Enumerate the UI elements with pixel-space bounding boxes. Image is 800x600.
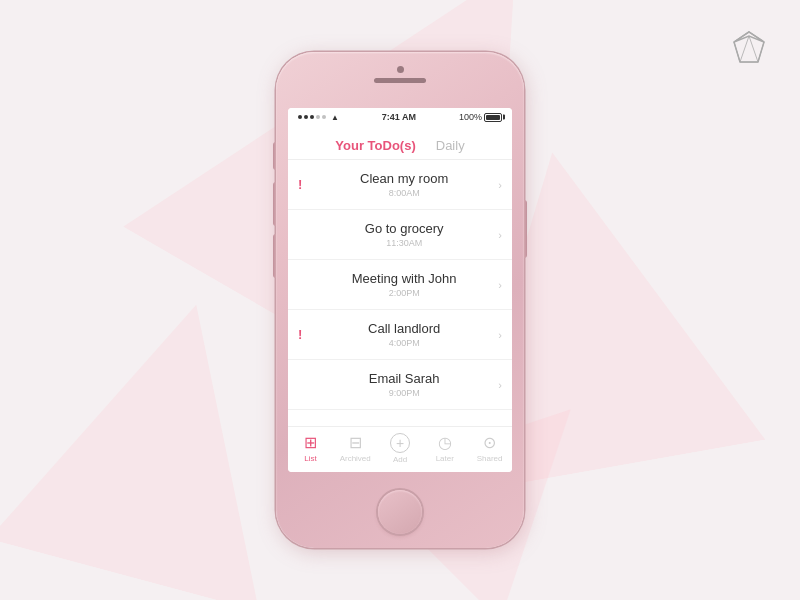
tab-shared[interactable]: ⊙ Shared	[467, 433, 512, 463]
todo-item-1[interactable]: ! Clean my room 8:00AM ›	[288, 160, 512, 210]
tab-archived[interactable]: ⊟ Archived	[333, 433, 378, 463]
wifi-icon: ▲	[331, 113, 339, 122]
todo-time-1: 8:00AM	[314, 188, 494, 198]
tab-daily[interactable]: Daily	[426, 138, 475, 153]
svg-line-4	[740, 36, 749, 62]
add-tab-icon: +	[390, 433, 410, 453]
chevron-icon-2: ›	[498, 229, 502, 241]
power-button[interactable]	[524, 200, 527, 258]
chevron-icon-3: ›	[498, 279, 502, 291]
tab-list[interactable]: ⊞ List	[288, 433, 333, 463]
todo-item-5[interactable]: Email Sarah 9:00PM ›	[288, 360, 512, 410]
todo-time-2: 11:30AM	[314, 238, 494, 248]
todo-time-4: 4:00PM	[314, 338, 494, 348]
tab-your-todos[interactable]: Your ToDo(s)	[325, 138, 425, 153]
todo-content-5: Email Sarah 9:00PM	[314, 371, 494, 399]
tab-add[interactable]: + Add	[378, 433, 423, 464]
status-time: 7:41 AM	[382, 112, 416, 122]
home-button[interactable]	[378, 490, 422, 534]
camera	[397, 66, 404, 73]
list-tab-icon: ⊞	[304, 433, 317, 452]
todo-title-3: Meeting with John	[314, 271, 494, 288]
battery-indicator: 100%	[459, 112, 502, 122]
todo-content-3: Meeting with John 2:00PM	[314, 271, 494, 299]
shared-tab-label: Shared	[477, 454, 503, 463]
later-tab-label: Later	[436, 454, 454, 463]
urgent-indicator-4: !	[298, 327, 312, 342]
archived-tab-label: Archived	[340, 454, 371, 463]
phone-screen: ▲ 7:41 AM 100% Your ToDo(s) Daily	[288, 108, 512, 472]
volume-up-button[interactable]	[273, 182, 276, 226]
todo-time-5: 9:00PM	[314, 388, 494, 398]
todo-content-1: Clean my room 8:00AM	[314, 171, 494, 199]
chevron-icon-5: ›	[498, 379, 502, 391]
phone-top-bar	[374, 66, 426, 83]
tab-later[interactable]: ◷ Later	[422, 433, 467, 463]
status-bar: ▲ 7:41 AM 100%	[288, 108, 512, 126]
todo-title-4: Call landlord	[314, 321, 494, 338]
app-header: Your ToDo(s) Daily	[288, 126, 512, 160]
todo-item-4[interactable]: ! Call landlord 4:00PM ›	[288, 310, 512, 360]
mute-button[interactable]	[273, 142, 276, 170]
bottom-tab-bar: ⊞ List ⊟ Archived + Add ◷ Later ⊙	[288, 426, 512, 472]
later-tab-icon: ◷	[438, 433, 452, 452]
signal-dot-2	[304, 115, 308, 119]
signal-indicators: ▲	[298, 113, 339, 122]
list-tab-label: List	[304, 454, 316, 463]
chevron-icon-1: ›	[498, 179, 502, 191]
header-tabs: Your ToDo(s) Daily	[325, 138, 474, 153]
signal-dot-1	[298, 115, 302, 119]
phone: ▲ 7:41 AM 100% Your ToDo(s) Daily	[276, 52, 524, 548]
todo-content-4: Call landlord 4:00PM	[314, 321, 494, 349]
todo-time-3: 2:00PM	[314, 288, 494, 298]
todo-item-2[interactable]: Go to grocery 11:30AM ›	[288, 210, 512, 260]
archived-tab-icon: ⊟	[349, 433, 362, 452]
battery-icon	[484, 113, 502, 122]
chevron-icon-4: ›	[498, 329, 502, 341]
shared-tab-icon: ⊙	[483, 433, 496, 452]
battery-fill	[486, 115, 500, 120]
battery-percent: 100%	[459, 112, 482, 122]
todo-title-2: Go to grocery	[314, 221, 494, 238]
speaker	[374, 78, 426, 83]
svg-line-5	[749, 36, 758, 62]
urgent-indicator-1: !	[298, 177, 312, 192]
todo-item-3[interactable]: Meeting with John 2:00PM ›	[288, 260, 512, 310]
todo-content-2: Go to grocery 11:30AM	[314, 221, 494, 249]
add-tab-label: Add	[393, 455, 407, 464]
signal-dot-3	[310, 115, 314, 119]
signal-dot-4	[316, 115, 320, 119]
signal-dot-5	[322, 115, 326, 119]
todo-title-5: Email Sarah	[314, 371, 494, 388]
diamond-icon	[730, 28, 768, 66]
svg-line-2	[758, 42, 764, 62]
phone-shell: ▲ 7:41 AM 100% Your ToDo(s) Daily	[276, 52, 524, 548]
svg-line-1	[734, 42, 740, 62]
volume-down-button[interactable]	[273, 234, 276, 278]
todo-list: ! Clean my room 8:00AM › Go to grocery 1…	[288, 160, 512, 426]
todo-title-1: Clean my room	[314, 171, 494, 188]
